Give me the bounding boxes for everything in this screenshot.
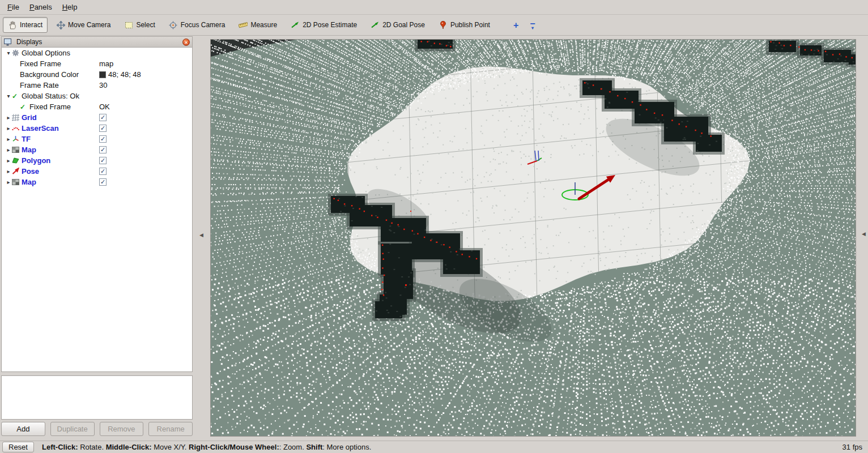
property-label: TF [22,135,31,143]
check-icon: ✓ [12,92,22,100]
tree-row-map[interactable]: ▸Map✓ [2,144,192,155]
tool-measure[interactable]: Measure [233,17,282,33]
tool-publish-point[interactable]: Publish Point [433,17,495,33]
property-label: Grid [22,113,37,122]
tool-label: Interact [20,21,42,29]
tool-interact[interactable]: Interact [3,17,48,33]
tree-row-global-status-ok[interactable]: ▾✓Global Status: Ok [2,91,192,101]
expanded-arrow-icon[interactable]: ▾ [5,93,12,99]
left-dock-collapse-icon[interactable]: ◀ [199,232,203,238]
tool-label: 2D Goal Pose [382,21,425,29]
displays-panel: Displays ✕ ▾Global OptionsFixed Framemap… [1,36,193,437]
goal-pose-icon [371,20,380,29]
publish-point-icon [439,20,448,29]
tool-focus-camera[interactable]: Focus Camera [164,17,231,33]
3d-viewport[interactable] [211,40,856,436]
expanded-arrow-icon[interactable]: ▾ [5,50,12,56]
collapsed-arrow-icon[interactable]: ▸ [5,147,12,153]
property-value[interactable]: OK [99,102,110,111]
select-box-icon [124,20,133,29]
enabled-checkbox[interactable]: ✓ [99,146,107,153]
tree-row-polygon[interactable]: ▸Polygon✓ [2,155,192,166]
collapsed-arrow-icon[interactable]: ▸ [5,168,12,174]
menu-panels[interactable]: Panels [24,1,57,13]
right-dock-collapse-icon[interactable]: ◀ [862,231,866,237]
tool-label: Publish Point [450,21,490,29]
tree-row-pose[interactable]: ▸Pose✓ [2,166,192,177]
focus-camera-icon [169,20,178,29]
tool-move-camera[interactable]: Move Camera [51,17,116,33]
enabled-checkbox[interactable]: ✓ [99,178,107,186]
property-description-pane [1,375,193,420]
duplicate-button: Duplicate [50,422,95,436]
panel-title: Displays [16,38,180,46]
grid-icon [12,114,22,121]
tree-row-background-color[interactable]: Background Color48; 48; 48 [2,69,192,80]
chevron-down-icon: ▾ [531,27,534,30]
enabled-checkbox[interactable]: ✓ [99,157,107,164]
measure-icon [239,20,248,29]
reset-button[interactable]: Reset [2,442,34,452]
tree-row-fixed-frame[interactable]: ✓Fixed FrameOK [2,101,192,112]
displays-panel-buttons: AddDuplicateRemoveRename [1,422,193,436]
collapsed-arrow-icon[interactable]: ▸ [5,157,12,164]
rename-button: Rename [148,422,193,436]
tool-label: Move Camera [68,21,110,29]
tool-label: Select [136,21,155,29]
tool-2d-goal-pose[interactable]: 2D Goal Pose [365,17,430,33]
close-icon[interactable]: ✕ [182,39,190,46]
tree-row-tf[interactable]: ▸TF✓ [2,134,192,144]
collapsed-arrow-icon[interactable]: ▸ [5,125,12,131]
remove-tool-button[interactable]: −▾ [530,20,535,30]
tool-select[interactable]: Select [119,17,160,33]
menu-help[interactable]: Help [57,1,83,13]
displays-panel-icon [4,39,14,46]
tool-2d-pose-estimate[interactable]: 2D Pose Estimate [286,17,362,33]
property-label: Fixed Frame [20,59,61,68]
enabled-checkbox[interactable]: ✓ [99,135,107,143]
tool-label: 2D Pose Estimate [303,21,357,29]
map-icon [12,178,22,186]
gear-icon [12,49,22,57]
remove-button: Remove [100,422,144,436]
add-tool-button[interactable]: + [513,22,518,28]
displays-tree: ▾Global OptionsFixed FramemapBackground … [1,48,193,372]
color-swatch[interactable] [99,71,106,78]
collapsed-arrow-icon[interactable]: ▸ [5,179,12,185]
rviz-window: { "menu": {"items": [{"label":"File"},{"… [0,0,868,453]
property-value[interactable]: 48; 48; 48 [108,70,141,79]
map-icon [12,146,22,153]
enabled-checkbox[interactable]: ✓ [99,168,107,175]
enabled-checkbox[interactable]: ✓ [99,114,107,121]
property-label: Background Color [20,70,79,79]
move-camera-icon [56,20,65,29]
menu-file[interactable]: File [2,1,24,13]
status-bar: Reset Left-Click: Rotate. Middle-Click: … [0,441,868,453]
displays-panel-header[interactable]: Displays ✕ [1,36,193,48]
tree-row-map[interactable]: ▸Map✓ [2,177,192,187]
enabled-checkbox[interactable]: ✓ [99,125,107,132]
property-label: Frame Rate [20,81,59,89]
property-label: Fixed Frame [29,102,71,111]
fps-counter: 31 fps [843,443,862,451]
property-label: Map [22,146,36,154]
tree-row-laserscan[interactable]: ▸LaserScan✓ [2,123,192,134]
hand-icon [8,20,17,29]
property-label: Pose [22,167,39,176]
collapsed-arrow-icon[interactable]: ▸ [5,136,12,142]
collapsed-arrow-icon[interactable]: ▸ [5,114,12,121]
tree-row-fixed-frame[interactable]: Fixed Framemap [2,58,192,69]
tree-row-grid[interactable]: ▸Grid✓ [2,112,192,123]
property-label: Global Status: Ok [22,92,79,100]
menu-bar: FilePanelsHelp [0,0,868,15]
tree-row-frame-rate[interactable]: Frame Rate30 [2,80,192,91]
add-button[interactable]: Add [1,422,45,436]
property-value[interactable]: 30 [99,81,107,89]
tool-label: Measure [250,21,277,29]
mouse-help-text: Left-Click: Rotate. Middle-Click: Move X… [42,443,371,451]
property-label: Polygon [22,156,50,165]
tree-row-global-options[interactable]: ▾Global Options [2,48,192,58]
property-label: LaserScan [22,124,59,133]
property-label: Global Options [22,49,70,57]
property-value[interactable]: map [99,59,113,68]
